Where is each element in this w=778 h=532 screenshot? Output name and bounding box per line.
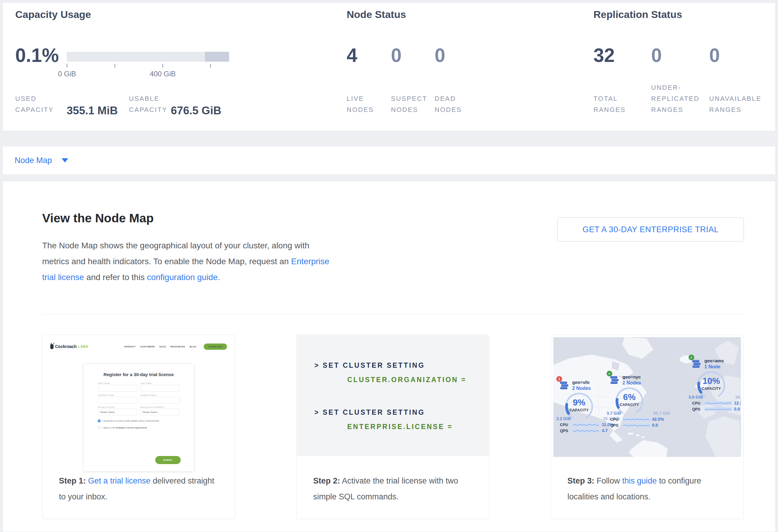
- sql-cluster-organization: CLUSTER.ORGANIZATION =: [347, 376, 467, 384]
- node-status-title: Node Status: [347, 9, 406, 20]
- intro-line1: The Node Map shows the geographical layo…: [42, 241, 309, 250]
- used-capacity-label: USED CAPACITY: [15, 93, 60, 115]
- project-phase-select: Please Select: [98, 409, 137, 415]
- configuration-guide-link[interactable]: configuration guide: [147, 273, 218, 282]
- capacity-tick-label: 0 GiB: [46, 70, 88, 78]
- sql-enterprise-license: ENTERPRISE.LICENSE =: [347, 423, 453, 431]
- healthy-badge: ✓: [689, 355, 694, 360]
- mini-site-nav: PRODUCT CUSTOMERS DOCS RESOURCES BLOG DO…: [124, 344, 227, 350]
- qps-sparkline: [622, 424, 650, 427]
- cpu-sparkline: [704, 401, 732, 405]
- suspect-nodes-value: 0: [391, 45, 402, 66]
- node-count: 2 Nodes: [572, 386, 591, 391]
- live-nodes-value: 4: [347, 45, 358, 66]
- nav-item-product: PRODUCT: [124, 346, 136, 348]
- nav-item-docs: DOCS: [159, 346, 166, 348]
- sql-snippet: > SET CLUSTER SETTING CLUSTER.ORGANIZATI…: [297, 335, 489, 456]
- nav-item-resources: RESOURCES: [170, 346, 185, 348]
- step1-caption: Step 1: Get a trial license delivered st…: [59, 473, 223, 505]
- first-name-field: [98, 385, 137, 392]
- capacity-tick: [114, 64, 115, 68]
- qps-sparkline: [704, 407, 732, 411]
- warning-badge: 1: [556, 376, 562, 382]
- company-name-label: COMPANY NAME: [98, 394, 137, 396]
- qps-value: 0.0: [652, 423, 658, 428]
- qps-label: QPS: [560, 429, 570, 433]
- step3-caption: Step 3: Follow this guide to configurelo…: [567, 473, 731, 505]
- total-gib: 65.7 GiB: [653, 411, 670, 415]
- nav-item-blog: BLOG: [189, 346, 196, 348]
- cpu-value: 12.3%: [734, 401, 741, 405]
- capacity-label: CAPACITY: [614, 403, 644, 407]
- dead-nodes-label: DEAD NODES: [435, 93, 470, 115]
- capacity-percent: 0.1%: [15, 45, 59, 66]
- this-guide-link[interactable]: this guide: [622, 476, 657, 485]
- get-trial-license-link[interactable]: Get a trial license: [88, 476, 151, 485]
- step3-card: 1 geo=sfo 2 Nodes 9% CAPACITY: [551, 334, 744, 519]
- get-enterprise-trial-button[interactable]: GET A 30-DAY ENTERPRISE TRIAL: [557, 218, 744, 241]
- first-name-label: FIRST NAME: [98, 382, 137, 384]
- step2-card: > SET CLUSTER SETTING CLUSTER.ORGANIZATI…: [296, 334, 489, 519]
- step2-prefix: Step 2:: [313, 476, 340, 485]
- cockroach-bug-icon: [50, 344, 54, 349]
- reason-label: REASON FOR INTEREST: [140, 406, 180, 408]
- capacity-gauge: 6% CAPACITY: [614, 386, 644, 412]
- node-map-dropdown-label[interactable]: Node Map: [15, 156, 52, 165]
- used-capacity-value: 355.1 MiB: [67, 104, 118, 117]
- license-agreement-checkbox: [98, 427, 100, 429]
- cpu-label: CPU: [692, 401, 702, 405]
- capacity-percent: 9%: [564, 398, 594, 407]
- brand-suffix: LABS: [78, 345, 88, 348]
- capacity-bar-reserved-segment: [205, 52, 229, 62]
- enterprise-trial-license-link[interactable]: Enterprise: [291, 257, 329, 266]
- page-title: View the Node Map: [42, 211, 154, 225]
- qps-label: QPS: [692, 407, 702, 411]
- total-ranges-value: 32: [594, 45, 615, 66]
- node-map-dropdown[interactable]: Node Map: [15, 146, 68, 174]
- cluster-summary-panel: Capacity Usage 0.1% 0 GiB 400 GiB USED C…: [2, 2, 776, 131]
- last-name-field: [140, 385, 180, 392]
- email-updates-text: I would like to receive email updates ab…: [102, 420, 160, 422]
- total-gib: 34.4 GiB: [735, 395, 741, 399]
- usable-capacity-value: 676.5 GiB: [171, 104, 221, 117]
- chevron-down-icon[interactable]: [62, 158, 68, 162]
- map-node-nyc: ✓ geo=nyc 2 Nodes 6% CAPACITY: [607, 374, 677, 428]
- unavailable-ranges-value: 0: [709, 45, 720, 66]
- company-name-field: [98, 397, 137, 404]
- cpu-label: CPU: [560, 423, 570, 427]
- live-nodes-label: LIVE NODES: [347, 93, 383, 115]
- node-count: 2 Nodes: [622, 380, 641, 386]
- intro-line2: metrics and health indicators. To enable…: [42, 257, 291, 266]
- company-email-label: COMPANY EMAIL: [140, 394, 180, 396]
- under-replicated-ranges-label: UNDER-REPLICATED RANGES: [651, 82, 702, 115]
- database-icon: ✓: [610, 374, 620, 385]
- qps-value: 4.7: [602, 428, 608, 433]
- sql-prompt-1: > SET CLUSTER SETTING: [314, 362, 425, 370]
- unavailable-ranges-label: UNAVAILABLE RANGES: [709, 93, 766, 115]
- nav-item-customers: CUSTOMERS: [140, 346, 155, 348]
- dead-nodes-value: 0: [435, 45, 445, 66]
- brand-name: Cockroach: [55, 344, 77, 349]
- replication-status-title: Replication Status: [594, 9, 682, 20]
- company-email-field: [140, 397, 180, 404]
- enterprise-trial-license-link[interactable]: trial license: [42, 273, 84, 282]
- last-name-label: LAST NAME: [140, 382, 180, 384]
- trial-license-form: Register for a 30-day trial license FIRS…: [84, 364, 194, 471]
- capacity-label: CAPACITY: [696, 387, 726, 391]
- sql-prompt-2: > SET CLUSTER SETTING: [314, 408, 425, 416]
- submit-button: SUBMIT: [155, 456, 181, 464]
- step2-caption: Step 2: Activate the trial license with …: [313, 473, 477, 505]
- cpu-value: 42.5%: [652, 417, 664, 422]
- reason-select: Please Select: [140, 409, 180, 415]
- section-divider: [42, 314, 743, 314]
- node-count: 1 Node: [704, 364, 724, 370]
- capacity-bar: [67, 52, 229, 62]
- project-phase-label: PROJECT PHASE: [98, 406, 137, 408]
- node-map-preview: 1 geo=sfo 2 Nodes 9% CAPACITY: [553, 337, 741, 457]
- capacity-tick-label: 400 GiB: [142, 70, 184, 78]
- cpu-sparkline: [622, 417, 650, 421]
- intro-line3-end: .: [218, 273, 220, 282]
- email-updates-checkbox: [98, 420, 100, 422]
- step1-card: Cockroach LABS PRODUCT CUSTOMERS DOCS RE…: [42, 334, 235, 519]
- qps-label: QPS: [610, 423, 620, 428]
